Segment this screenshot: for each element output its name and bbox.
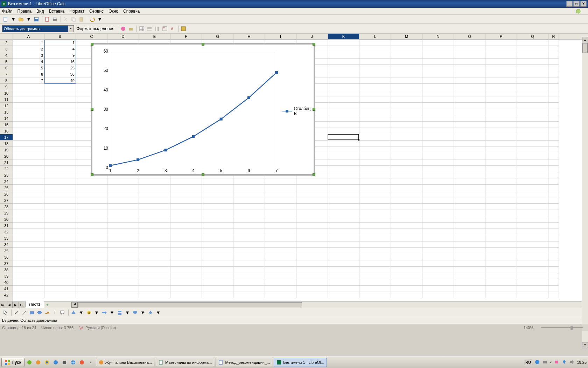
dropdown-icon[interactable]: ▾ [96,16,103,23]
row-header-26[interactable]: 26 [0,191,13,197]
row-header-10[interactable]: 10 [0,90,13,96]
row-header-17[interactable]: 17 [0,134,13,141]
row-header-23[interactable]: 23 [0,172,13,178]
resize-handle[interactable] [91,43,93,46]
quicklaunch-icon[interactable] [34,359,42,366]
row-header-29[interactable]: 29 [0,210,13,216]
row-header-31[interactable]: 31 [0,223,13,229]
taskbar-item[interactable]: Жук Галина Васильевна... [96,358,154,367]
row-header-16[interactable]: 16 [0,128,13,134]
save-button[interactable] [33,16,40,23]
row-header-4[interactable]: 4 [0,52,13,59]
print-button[interactable] [51,16,58,23]
col-header-L[interactable]: L [359,34,391,39]
select-all-corner[interactable] [0,34,13,40]
row-header-5[interactable]: 5 [0,59,13,65]
dropdown-icon[interactable]: ▼ [68,26,74,32]
dropdown-icon[interactable]: ▾ [124,309,131,316]
quicklaunch-icon[interactable] [61,359,68,366]
chart-data-button[interactable] [138,25,145,32]
col-header-E[interactable]: E [139,34,170,39]
resize-handle[interactable] [202,173,204,176]
col-header-O[interactable]: O [454,34,485,39]
quicklaunch-icon[interactable] [69,359,77,366]
tray-icon[interactable] [561,359,567,366]
tray-lang[interactable]: RU [524,360,532,365]
chart-legend-button[interactable] [161,25,168,32]
tray-clock[interactable]: 19:25 [577,360,587,364]
row-header-7[interactable]: 7 [0,71,13,77]
dropdown-icon[interactable]: ▾ [25,16,32,23]
resize-handle[interactable] [91,173,93,176]
menu-edit[interactable]: Правка [18,9,32,14]
taskbar-item-active[interactable]: Без имени 1 - LibreOf... [274,358,327,367]
quicklaunch-icon[interactable] [43,359,51,366]
row-header-30[interactable]: 30 [0,216,13,223]
start-button[interactable]: Пуск [1,358,24,367]
rect-tool[interactable] [28,309,35,316]
dropdown-icon[interactable]: ▾ [155,309,162,316]
row-header-25[interactable]: 25 [0,185,13,191]
menu-view[interactable]: Вид [36,9,44,14]
col-header-P[interactable]: P [485,34,517,39]
line-tool[interactable] [13,309,20,316]
copy-button[interactable] [70,16,77,23]
callouts-tool[interactable] [132,309,139,316]
tray-volume-icon[interactable] [569,359,575,366]
col-header-H[interactable]: H [233,34,265,39]
scroll-thumb[interactable] [78,302,302,307]
add-sheet-button[interactable]: + [44,302,50,308]
horizontal-scrollbar[interactable]: ◀ ▶ [71,302,588,308]
export-pdf-button[interactable] [44,16,51,23]
ellipse-tool[interactable] [36,309,43,316]
quicklaunch-chevron[interactable]: » [87,359,94,366]
menu-service[interactable]: Сервис [89,9,104,14]
row-header-27[interactable]: 27 [0,197,13,204]
col-header-M[interactable]: M [391,34,422,39]
row-header-39[interactable]: 39 [0,273,13,279]
menu-file[interactable]: Файл [2,9,13,14]
menu-insert[interactable]: Вставка [49,9,65,14]
tray-chevron-icon[interactable]: « [550,360,552,364]
tab-prev-button[interactable]: ◀ [6,302,13,308]
resize-handle[interactable] [313,43,315,46]
taskbar-item[interactable]: Материалы по информа... [156,358,214,367]
col-header-F[interactable]: F [170,34,202,39]
undo-button[interactable] [89,16,96,23]
row-header-8[interactable]: 8 [0,77,13,84]
text-tool[interactable]: T [51,309,58,316]
cut-button[interactable] [62,16,69,23]
resize-handle[interactable] [91,108,93,111]
minimize-button[interactable]: _ [566,1,573,7]
resize-handle[interactable] [202,43,204,46]
row-header-11[interactable]: 11 [0,96,13,103]
scroll-thumb[interactable] [582,43,588,53]
maximize-button[interactable]: □ [573,1,580,7]
col-header-A[interactable]: A [13,34,44,39]
close-button[interactable]: X [580,1,587,7]
basic-shapes-tool[interactable] [70,309,77,316]
flowchart-tool[interactable] [116,309,123,316]
chart-hgrid-button[interactable] [146,25,153,32]
row-header-14[interactable]: 14 [0,115,13,122]
dropdown-icon[interactable]: ▾ [78,309,85,316]
row-header-38[interactable]: 38 [0,267,13,273]
quicklaunch-icon[interactable] [78,359,86,366]
col-header-R[interactable]: R [548,34,559,39]
menu-format[interactable]: Формат [69,9,84,14]
row-header-6[interactable]: 6 [0,65,13,71]
row-header-24[interactable]: 24 [0,178,13,185]
row-header-18[interactable]: 18 [0,141,13,147]
row-header-21[interactable]: 21 [0,159,13,166]
scroll-up-button[interactable]: ▲ [582,37,588,43]
chart-vgrid-button[interactable] [154,25,161,32]
row-header-2[interactable]: 2 [0,40,13,46]
status-zoom[interactable]: 140% [524,326,533,330]
chart-scale-button[interactable] [180,25,187,32]
taskbar-item[interactable]: Метод_рекомендации_... [216,358,272,367]
row-header-41[interactable]: 41 [0,286,13,292]
format-selection-button[interactable]: Формат выделения [77,26,114,31]
row-header-19[interactable]: 19 [0,147,13,153]
row-header-9[interactable]: 9 [0,84,13,90]
resize-handle[interactable] [313,173,315,176]
